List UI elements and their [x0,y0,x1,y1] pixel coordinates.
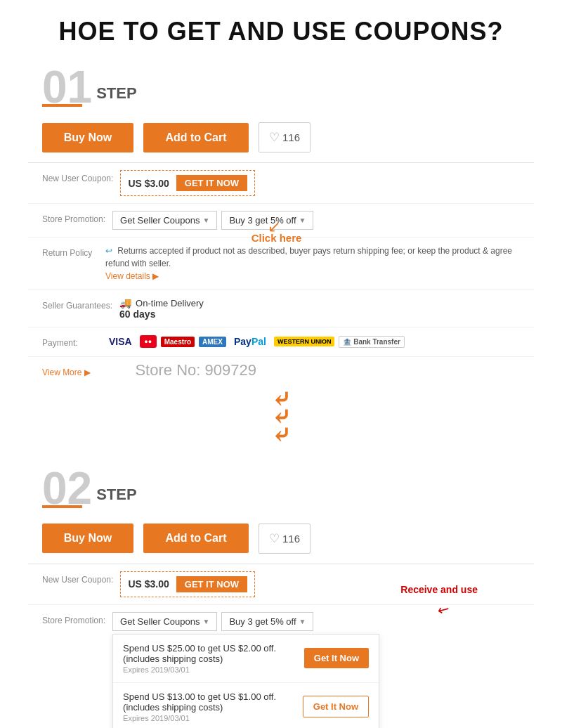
payment-content: VISA ●● Maestro AMEX PayPal WESTERN UNIO… [105,334,520,349]
seller-coupons-dropdown[interactable]: Get Seller Coupons ▼ [112,211,217,230]
promo-dropdowns-2: Get Seller Coupons ▼ Buy 3 get 5% off ▼ [112,612,520,631]
heart-icon: ♡ [269,130,280,145]
dropdown2-arrow: ▼ [299,216,306,224]
promotion-row: Store Promotion: Get Seller Coupons ▼ ↙ … [28,204,534,238]
store-no-inline: Store No: 909729 [135,361,256,379]
coupon-popup-details-2: Spend US $13.00 to get US $1.00 off. (in… [123,691,296,722]
view-more-row: View More ▶ Store No: 909729 [28,357,534,384]
seller-guarantees-label: Seller Guarantees: [42,297,112,312]
step1-wishlist-button[interactable]: ♡ 116 [259,122,311,152]
buy3-label: Buy 3 get 5% off [229,215,296,226]
step2-number: 02 [42,466,92,511]
seller-coupons-label-2: Get Seller Coupons [120,616,200,627]
step1-action-bar: Buy Now Add to Cart ♡ 116 [0,115,562,162]
coupon-row: New User Coupon: US $3.00 GET IT NOW [28,163,534,204]
coupon-box: US $3.00 GET IT NOW [120,170,255,196]
step2-add-to-cart-button[interactable]: Add to Cart [143,524,249,553]
step1-label: 01 STEP [0,58,562,115]
step2-wishlist-count: 116 [282,533,300,545]
coupon-popup: Spend US $25.00 to get US $2.00 off. (in… [112,634,379,728]
buy3-label-2: Buy 3 get 5% off [229,616,296,627]
buy3-dropdown-2[interactable]: Buy 3 get 5% off ▼ [221,612,313,631]
payment-row: Payment: VISA ●● Maestro AMEX PayPal WES… [28,327,534,357]
step2-word: STEP [96,486,136,504]
step2-buy-now-button[interactable]: Buy Now [42,524,133,553]
step2-label: 02 STEP [0,459,562,516]
step1-add-to-cart-button[interactable]: Add to Cart [143,123,249,152]
click-here-annotation-wrapper: Get Seller Coupons ▼ ↙ Click here [112,211,217,230]
paypal-logo: PayPal [230,334,270,349]
promotion-label: Store Promotion: [42,211,105,226]
promo-dropdowns: Get Seller Coupons ▼ ↙ Click here Buy 3 … [112,211,520,230]
step2-wishlist-button[interactable]: ♡ 116 [259,524,311,554]
delivery-top: 🚚 On-time Delivery [119,297,520,308]
payment-label: Payment: [42,334,98,349]
mastercard-logo: ●● [140,335,157,348]
amex-logo: AMEX [199,337,226,347]
dropdown1-arrow: ▼ [203,216,210,224]
step1-word: STEP [96,84,136,103]
step1-buy-now-button[interactable]: Buy Now [42,123,133,152]
western-union-logo: WESTERN UNION [274,337,335,346]
return-icon: ↩ [105,245,112,257]
coupon-popup-title-1: Spend US $25.00 to get US $2.00 off. (in… [123,643,297,664]
get-it-now-button[interactable]: GET IT NOW [176,175,247,191]
seller-coupons-dropdown-2[interactable]: Get Seller Coupons ▼ [112,612,217,631]
chevron-3: ⤶ [272,427,291,445]
coupon-popup-item-1: Spend US $25.00 to get US $2.00 off. (in… [113,635,379,683]
step1-info-section: New User Coupon: US $3.00 GET IT NOW Sto… [28,162,534,384]
delivery-info: 🚚 On-time Delivery 60 days [119,297,520,320]
view-more-link[interactable]: View More ▶ [42,368,91,377]
chevron-section: ⤶ ⤶ ⤶ [0,384,562,459]
page-title: HOE TO GET AND USE COUPONS? [0,0,562,58]
promotion-content-2: Receive and use ↙ Get Seller Coupons ▼ B… [112,612,520,728]
popup-get-now-button-2[interactable]: Get It Now [303,696,369,717]
popup-get-now-button-1[interactable]: Get It Now [304,648,369,668]
coupon-popup-title-2: Spend US $13.00 to get US $1.00 off. (in… [123,691,296,713]
receive-use-text: Receive and use [400,584,478,595]
seller-guarantees-content: 🚚 On-time Delivery 60 days [119,297,520,320]
return-policy-content: ↩ Returns accepted if product not as des… [105,245,520,282]
coupon-popup-details-1: Spend US $25.00 to get US $2.00 off. (in… [123,643,297,674]
step1-number: 01 [42,65,92,110]
coupon-popup-item-2: Spend US $13.00 to get US $1.00 off. (in… [113,683,379,728]
get-it-now-button-2[interactable]: GET IT NOW [176,576,247,592]
visa-logo: VISA [105,334,136,349]
seller-guarantees-row: Seller Guarantees: 🚚 On-time Delivery 60… [28,290,534,327]
coupon-amount: US $3.00 [128,178,176,189]
coupon-popup-expires-2: Expires 2019/03/01 [123,714,296,722]
delivery-label: On-time Delivery [136,298,204,308]
promotion-row-2: Store Promotion: Receive and use ↙ Get S… [28,605,534,728]
maestro-logo: Maestro [161,337,195,347]
coupon-label: New User Coupon: [42,170,113,185]
step1-wishlist-count: 116 [282,131,300,143]
view-details-link[interactable]: View details ▶ [105,271,159,281]
coupon-box-2: US $3.00 GET IT NOW [120,571,255,597]
promotion-content: Get Seller Coupons ▼ ↙ Click here Buy 3 … [112,211,520,230]
coupon-label-2: New User Coupon: [42,571,113,586]
coupon-popup-expires-1: Expires 2019/03/01 [123,665,297,674]
dropdown2-arrow-2: ▼ [299,618,306,625]
return-policy-text: Returns accepted if product not as descr… [105,246,512,268]
coupon-content: US $3.00 GET IT NOW [120,170,520,196]
payment-logos: VISA ●● Maestro AMEX PayPal WESTERN UNIO… [105,334,520,349]
seller-coupons-label: Get Seller Coupons [120,215,200,226]
days-label: 60 days [119,308,520,320]
dropdown1-arrow-2: ▼ [203,618,210,625]
step2-info-section: New User Coupon: US $3.00 GET IT NOW Sto… [28,564,534,728]
heart-icon-2: ♡ [269,531,280,546]
return-policy-label: Return Policy [42,245,98,259]
bank-transfer-logo: 🏦 Bank Transfer [339,336,404,348]
click-here-text: Click here [251,232,302,244]
coupon-amount-2: US $3.00 [128,578,176,590]
return-policy-row: Return Policy ↩ Returns accepted if prod… [28,238,534,290]
chevron-stack: ⤶ ⤶ ⤶ [272,391,291,445]
step2-action-bar: Buy Now Add to Cart ♡ 116 [0,516,562,564]
truck-icon: 🚚 [119,297,131,308]
promotion-label-2: Store Promotion: [42,612,105,627]
